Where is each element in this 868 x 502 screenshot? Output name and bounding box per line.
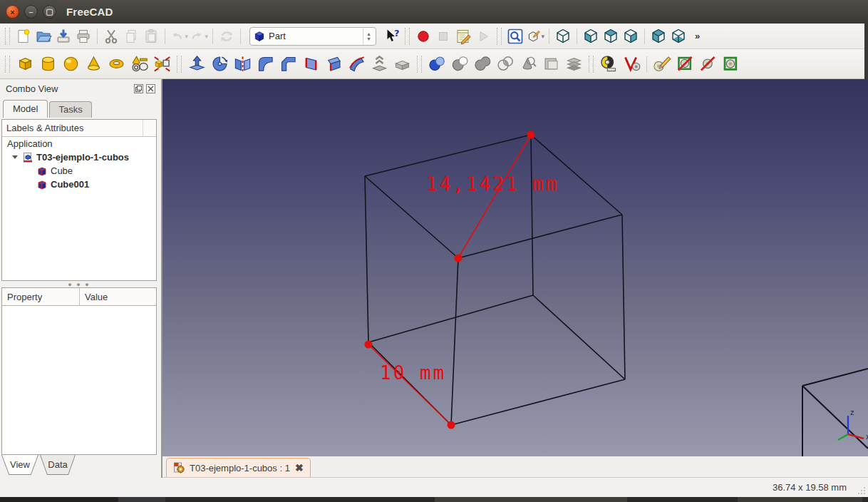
tree-column-header[interactable]: Labels & Attributes (2, 120, 156, 137)
part-primitives-button[interactable] (128, 53, 150, 75)
tree-item-cube001[interactable]: Cube001 (2, 178, 156, 191)
freecad-document-icon (173, 462, 185, 473)
draw-style-button[interactable]: ▾ (526, 27, 544, 46)
toolbar-drag-handle[interactable] (5, 56, 10, 73)
macro-record-button[interactable] (414, 27, 433, 46)
tree-item-cube[interactable]: Cube (2, 164, 156, 178)
view-bottom-button[interactable] (669, 27, 688, 46)
workbench-spinner[interactable]: ▲▼ (363, 29, 374, 44)
compound-button[interactable] (563, 53, 584, 75)
macro-edit-button[interactable] (454, 27, 472, 46)
boolean-cut-button[interactable] (449, 53, 470, 75)
part-cone-button[interactable] (83, 53, 104, 75)
expander-icon[interactable] (12, 155, 18, 159)
combo-view-header: Combo View (0, 79, 161, 98)
toolbar-overflow-button[interactable]: » (695, 31, 700, 41)
document-tab[interactable]: T03-ejemplo-1-cubos : 1 ✖ (166, 458, 311, 477)
measure-angular-button[interactable] (621, 53, 642, 75)
section-icon (519, 54, 538, 73)
view-axonometric-button[interactable] (554, 27, 572, 46)
revolve-button[interactable] (209, 53, 230, 75)
measure-toggle-delta-button[interactable] (697, 53, 718, 75)
view-rear-button[interactable] (649, 27, 668, 46)
boolean-cut-icon (450, 54, 470, 73)
ruled-surface-button[interactable] (300, 53, 321, 75)
3d-viewport[interactable]: 14,1421 mm10 mmzx (162, 79, 868, 456)
title-bar: × – ▢ FreeCAD (0, 0, 868, 24)
part-torus-button[interactable] (105, 53, 127, 75)
toolbar-drag-handle[interactable] (589, 56, 594, 73)
measure-linear-button[interactable] (598, 53, 619, 75)
mirror-button[interactable] (232, 53, 253, 75)
redo-dropdown-arrow[interactable]: ▾ (205, 33, 208, 40)
workbench-selector[interactable]: Part▲▼ (249, 27, 376, 46)
measure-toggle-ortho-button[interactable] (720, 53, 741, 75)
value-column-header[interactable]: Value (80, 288, 156, 305)
boolean-intersection-button[interactable] (495, 53, 516, 75)
standard-toolbar: ▾▾Part▲▼?▾» (0, 24, 868, 49)
draw-style-dropdown-arrow[interactable]: ▾ (541, 33, 544, 40)
redo-button[interactable]: ▾ (190, 27, 208, 46)
section-button[interactable] (517, 53, 539, 75)
print-document-button[interactable] (74, 27, 93, 46)
undo-button[interactable]: ▾ (170, 27, 188, 46)
dock-float-button[interactable] (134, 84, 143, 93)
toolbar-drag-handle[interactable] (5, 28, 10, 45)
new-document-button[interactable] (14, 27, 33, 46)
measure-toggle-3d-icon (676, 54, 695, 73)
view-right-button[interactable] (621, 27, 640, 46)
save-document-button[interactable] (54, 27, 73, 46)
cross-sections-button[interactable] (540, 53, 562, 75)
refresh-button[interactable] (217, 27, 236, 46)
macro-stop-button[interactable] (434, 27, 453, 46)
extrude-button[interactable] (186, 53, 207, 75)
whats-this-button[interactable]: ? (382, 27, 401, 46)
offset-icon (370, 54, 389, 73)
close-button[interactable]: × (6, 5, 19, 19)
maximize-button[interactable]: ▢ (43, 5, 56, 19)
tab-close-icon[interactable]: ✖ (295, 463, 304, 473)
view-top-button[interactable] (601, 27, 620, 46)
chamfer-button[interactable] (277, 53, 299, 75)
dock-close-button[interactable] (146, 84, 155, 93)
view-front-button[interactable] (582, 27, 600, 46)
part-sphere-button[interactable] (60, 53, 81, 75)
tab-tasks[interactable]: Tasks (49, 101, 91, 118)
tree-item-application[interactable]: Application (2, 137, 156, 150)
resize-grip[interactable] (857, 486, 866, 495)
background-smudge (0, 497, 118, 502)
shape-builder-button[interactable] (151, 53, 172, 75)
tab-model[interactable]: Model (3, 100, 48, 118)
measure-clear-all-button[interactable] (651, 53, 673, 75)
offset-button[interactable] (368, 53, 390, 75)
fit-all-button[interactable] (506, 27, 525, 46)
undo-dropdown-arrow[interactable]: ▾ (185, 33, 188, 40)
boolean-button[interactable] (426, 53, 448, 75)
tab-view[interactable]: View (1, 455, 38, 475)
toolbar-drag-handle[interactable] (417, 56, 422, 73)
cut-button[interactable] (102, 27, 120, 46)
tree-item-t03-ejemplo-1-cubos[interactable]: T03-ejemplo-1-cubos (2, 150, 156, 164)
toolbar-drag-handle[interactable] (497, 28, 502, 45)
toolbar-drag-handle[interactable] (177, 56, 182, 73)
property-column-header[interactable]: Property (2, 288, 80, 305)
paste-button[interactable] (142, 27, 160, 46)
minimize-button[interactable]: – (24, 5, 38, 19)
tab-data[interactable]: Data (40, 455, 76, 475)
sweep-button[interactable] (346, 53, 367, 75)
thickness-button[interactable] (391, 53, 413, 75)
fillet-button[interactable] (254, 53, 276, 75)
svg-text:14,1421 mm: 14,1421 mm (426, 173, 559, 195)
dock-splitter[interactable]: ● ● ● (1, 281, 157, 287)
boolean-union-icon (473, 54, 492, 73)
cube-icon (36, 179, 48, 190)
boolean-union-button[interactable] (472, 53, 493, 75)
toolbar-drag-handle[interactable] (405, 28, 410, 45)
measure-toggle-3d-button[interactable] (674, 53, 696, 75)
copy-button[interactable] (122, 27, 140, 46)
macro-play-button[interactable] (474, 27, 492, 46)
part-cylinder-button[interactable] (37, 53, 58, 75)
open-document-button[interactable] (34, 27, 53, 46)
part-box-button[interactable] (14, 53, 36, 75)
loft-button[interactable] (323, 53, 344, 75)
